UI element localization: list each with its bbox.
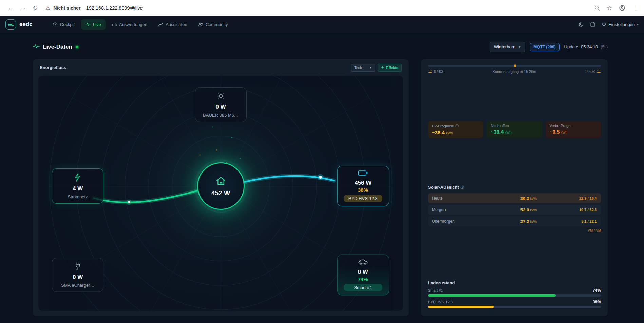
pv-forecast-card[interactable]: PV-Prognoseⓘ ~38.4kWh [428, 121, 483, 138]
energiefluss-header: Energiefluss Tech ▾ ✦ Effekte [40, 64, 402, 72]
browser-menu-icon[interactable]: ⋮ [633, 4, 639, 12]
house-icon [215, 176, 226, 188]
charger-node[interactable]: 0 W SMA eCharger… [52, 258, 103, 292]
stat-label: Verbr.-Progn. [550, 124, 572, 128]
main-nav: Cockpit Live Auswertungen Aussichten Com… [48, 19, 232, 30]
stat-value: ~38.4 [432, 129, 445, 135]
profile-icon[interactable] [619, 5, 625, 11]
reload-icon[interactable]: ↻ [30, 3, 41, 14]
location-select[interactable]: Winterborn ▾ [490, 42, 525, 52]
security-warning-label[interactable]: Nicht sicher [53, 5, 80, 11]
battery-icon [358, 171, 368, 177]
grid-node[interactable]: 4 W Stromnetz [52, 168, 103, 204]
sun-icon [216, 96, 225, 101]
charge-bar[interactable] [428, 294, 601, 297]
nav-item-community[interactable]: Community [194, 19, 232, 30]
gear-icon: ⚙ [602, 21, 606, 27]
row-unit: kWh [530, 197, 537, 201]
solar-outlook-row-tomorrow[interactable]: Morgen 52.0kWh 19.7 / 32.3 [428, 205, 601, 215]
page-header: Live-Daten Winterborn ▾ MQTT (200) Updat… [33, 42, 608, 52]
settings-menu[interactable]: ⚙ Einstellungen ▾ [602, 21, 639, 27]
dark-mode-icon[interactable] [578, 22, 584, 27]
row-split: 22.9 / 16.4 [566, 196, 597, 200]
stat-value: ~38.4 [491, 129, 504, 135]
charge-pct: 74% [593, 288, 601, 293]
forward-icon[interactable]: → [18, 3, 29, 14]
effects-label: Effekte [386, 66, 398, 70]
card-title: Energiefluss [40, 65, 66, 70]
view-mode-value: Tech [354, 66, 362, 70]
car-power: 0 W [344, 268, 382, 275]
nav-item-aussichten[interactable]: Aussichten [154, 19, 192, 30]
charge-item-battery: BYD HVS 12.8 38% [428, 300, 601, 308]
url-field[interactable]: 192.168.1.222:8099/#/live [86, 5, 143, 11]
zoom-icon[interactable] [594, 5, 600, 11]
back-icon[interactable]: ← [5, 3, 16, 14]
remaining-forecast-card[interactable]: Noch offen ~38.4kWh [487, 121, 542, 138]
nav-item-auswertungen[interactable]: Auswertungen [108, 19, 152, 30]
app-logo[interactable]: ee [5, 19, 16, 30]
nav-label: Auswertungen [119, 22, 147, 27]
solar-outlook-header: Solar-Aussicht ⓘ [428, 185, 601, 190]
charge-name: BYD HVS 12.8 [428, 300, 453, 304]
sparkle-icon: ✦ [381, 65, 384, 70]
header-controls: Winterborn ▾ MQTT (200) Update: 05:34:10… [490, 42, 608, 52]
nav-item-cockpit[interactable]: Cockpit [48, 19, 79, 30]
stat-unit: kWh [505, 130, 511, 134]
info-icon[interactable]: ⓘ [461, 185, 464, 190]
charger-power: 0 W [58, 274, 97, 280]
nav-item-live[interactable]: Live [81, 19, 106, 30]
solar-outlook-row-day-after[interactable]: Übermorgen 27.2kWh 5.1 / 22.1 [428, 216, 601, 226]
bolt-icon [73, 177, 82, 183]
view-mode-select[interactable]: Tech ▾ [351, 64, 375, 72]
bar-chart-icon [112, 22, 117, 27]
bookmark-icon[interactable]: ☆ [607, 4, 612, 12]
calendar-icon[interactable] [590, 22, 595, 27]
nav-label: Cockpit [60, 22, 75, 27]
car-icon [358, 260, 368, 266]
charge-name: Smart #1 [428, 288, 443, 292]
trend-icon [158, 22, 163, 27]
sunrise-caption: Sonnenaufgang in 1h 29m [445, 69, 584, 74]
stat-label: Noch offen [491, 124, 509, 128]
mqtt-status-badge[interactable]: MQTT (200) [530, 43, 559, 51]
charge-pct: 38% [593, 300, 601, 304]
info-icon[interactable]: ⓘ [455, 124, 459, 128]
charge-item-car: Smart #1 74% [428, 288, 601, 297]
live-status-dot [76, 46, 78, 48]
security-warning-icon: ⚠ [45, 5, 50, 11]
home-power: 452 W [211, 189, 230, 197]
row-label: Heute [432, 196, 476, 201]
activity-icon [33, 44, 40, 50]
stat-unit: kWh [561, 130, 567, 134]
stat-label: PV-Prognose [432, 124, 454, 128]
solar-node[interactable]: 0 W BAUER 385 M6… [195, 87, 247, 122]
charge-fill [428, 294, 556, 297]
update-interval: (5s) [601, 45, 608, 49]
solar-outlook-row-today[interactable]: Heute 39.3kWh 22.9 / 16.4 [428, 193, 601, 203]
chevron-down-icon: ▾ [370, 66, 371, 69]
chevron-down-icon: ▾ [519, 45, 520, 49]
navbar-actions: ⚙ Einstellungen ▾ [578, 21, 639, 27]
charge-bar[interactable] [428, 306, 601, 308]
nav-label: Community [206, 22, 228, 27]
car-node[interactable]: 0 W 74% Smart #1 [337, 254, 389, 295]
row-unit: kWh [530, 208, 537, 212]
browser-actions: ☆ ⋮ [594, 4, 639, 12]
battery-name: BYD HVS 12.8 [344, 195, 382, 202]
home-node[interactable]: 452 W [197, 162, 245, 210]
page-title: Live-Daten [43, 44, 72, 51]
effects-button[interactable]: ✦ Effekte [378, 64, 402, 72]
browser-chrome: ← → ↻ ⚠ Nicht sicher 192.168.1.222:8099/… [0, 0, 644, 16]
stat-value: ~9.5 [550, 129, 560, 135]
live-icon [86, 22, 91, 27]
battery-node[interactable]: 456 W 38% BYD HVS 12.8 [337, 166, 389, 206]
charger-name: SMA eCharger… [58, 282, 97, 287]
charge-fill [428, 306, 494, 308]
car-name: Smart #1 [344, 284, 382, 291]
row-value: 39.3 [520, 196, 529, 201]
consumption-forecast-card[interactable]: Verbr.-Progn. ~9.5kWh [546, 121, 601, 138]
sunrise-icon [428, 69, 432, 74]
battery-soc: 38% [344, 187, 382, 193]
live-page: Live-Daten Winterborn ▾ MQTT (200) Updat… [0, 33, 644, 323]
